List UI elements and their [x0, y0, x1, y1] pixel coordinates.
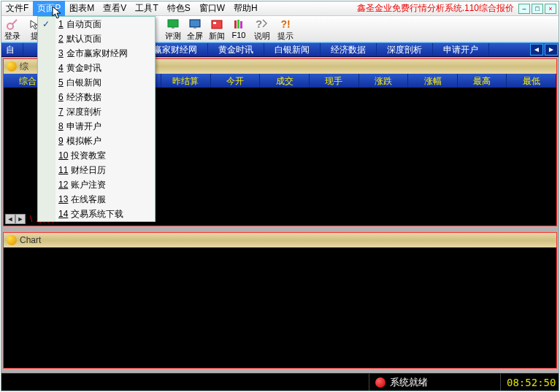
footer-scroll-left[interactable]: ◄	[5, 214, 15, 224]
dropdown-item-label: 默认页面	[66, 33, 101, 45]
svg-rect-6	[172, 27, 174, 28]
tool-news-label: 新闻	[206, 31, 228, 42]
dropdown-item-4[interactable]: 4 黄金时讯	[38, 61, 155, 75]
dropdown-item-number: 6	[58, 92, 64, 102]
dropdown-item-3[interactable]: 3 金市赢家财经网	[38, 46, 155, 61]
dropdown-item-1[interactable]: ✓1 自动页面	[38, 17, 155, 31]
col-4[interactable]: 今开	[211, 74, 261, 88]
dropdown-item-5[interactable]: 5 白银新闻	[38, 75, 155, 90]
dropdown-item-9[interactable]: 9 模拟帐户	[38, 134, 155, 148]
menu-file[interactable]: 文件F	[1, 1, 33, 16]
dropdown-item-number: 4	[58, 63, 64, 73]
tool-hint[interactable]: ?! 提示	[275, 16, 296, 42]
chart-panel: Chart	[3, 232, 557, 369]
svg-line-1	[12, 20, 17, 24]
dropdown-item-number: 11	[58, 165, 68, 175]
svg-rect-12	[237, 20, 239, 28]
dropdown-item-13[interactable]: 13 在线客服	[38, 192, 155, 207]
col-3[interactable]: 昨结算	[161, 74, 211, 88]
dropdown-item-label: 深度剖析	[66, 106, 101, 118]
menu-page[interactable]: 页面P	[33, 1, 65, 16]
dropdown-item-label: 自动页面	[66, 18, 101, 31]
menu-help[interactable]: 帮助H	[229, 1, 262, 16]
tab-account[interactable]: 申请开户	[433, 43, 489, 56]
col-6[interactable]: 现手	[310, 74, 359, 88]
svg-rect-5	[168, 20, 178, 27]
status-bar: 系统就绪 08:52:50	[1, 373, 559, 391]
chart-panel-title: Chart	[4, 233, 556, 247]
dropdown-item-12[interactable]: 12 账户注资	[38, 177, 155, 192]
col-9[interactable]: 最高	[458, 74, 507, 88]
help-icon: ?	[256, 18, 269, 31]
tabs-scroll-left[interactable]: ◄	[530, 44, 543, 55]
books-icon	[232, 18, 245, 31]
menu-tools[interactable]: 工具T	[131, 1, 162, 16]
tool-fullscreen-label: 全屏	[184, 31, 206, 42]
window-controls: – □ ×	[518, 4, 559, 14]
footer-sep-1: \	[30, 214, 32, 224]
col-8[interactable]: 涨幅	[408, 74, 458, 88]
minimize-button[interactable]: –	[518, 4, 530, 14]
tool-help[interactable]: ? 说明	[250, 16, 275, 42]
dropdown-item-6[interactable]: 6 经济数据	[38, 90, 155, 104]
col-10[interactable]: 最低	[507, 74, 556, 88]
dropdown-item-label: 交易系统下载	[71, 208, 123, 220]
dropdown-item-label: 白银新闻	[66, 77, 101, 89]
dropdown-item-label: 经济数据	[66, 91, 101, 104]
tabs-scroll-right[interactable]: ►	[545, 44, 558, 55]
dropdown-item-number: 12	[58, 180, 68, 190]
dropdown-item-7[interactable]: 7 深度剖析	[38, 104, 155, 119]
dropdown-item-number: 7	[58, 107, 64, 117]
tool-news[interactable]: 新闻	[206, 16, 228, 42]
menu-chart[interactable]: 图表M	[65, 1, 99, 16]
page-menu-dropdown: ✓1 自动页面2 默认页面3 金市赢家财经网4 黄金时讯5 白银新闻6 经济数据…	[37, 16, 156, 222]
tool-review-label: 评测	[162, 31, 184, 42]
svg-point-0	[7, 23, 13, 29]
tool-login[interactable]: 登录	[1, 16, 23, 42]
check-icon: ✓	[42, 19, 50, 29]
maximize-button[interactable]: □	[532, 4, 543, 14]
dropdown-item-label: 账户注资	[71, 179, 106, 191]
menu-special[interactable]: 特色S	[163, 1, 195, 16]
dropdown-item-number: 13	[58, 194, 68, 204]
svg-rect-9	[212, 20, 222, 28]
menu-view[interactable]: 查看V	[99, 1, 131, 16]
tab-auto[interactable]: 自	[1, 43, 23, 56]
tool-f10-label: F10	[228, 31, 250, 39]
chart-body[interactable]	[4, 247, 556, 368]
tab-gold[interactable]: 黄金时讯	[208, 43, 264, 56]
tool-fullscreen[interactable]: 全屏	[184, 16, 206, 42]
dropdown-item-11[interactable]: 11 财经日历	[38, 163, 155, 177]
dropdown-item-label: 金市赢家财经网	[66, 47, 128, 60]
tool-f10[interactable]: F10	[228, 16, 250, 39]
close-button[interactable]: ×	[545, 4, 556, 14]
col-7[interactable]: 涨跌	[359, 74, 409, 88]
key-icon	[6, 18, 19, 31]
qmark-icon: ?!	[279, 18, 292, 31]
tool-review[interactable]: 评测	[162, 16, 184, 42]
dropdown-item-14[interactable]: 14 交易系统下载	[38, 207, 155, 221]
status-message: 系统就绪	[369, 374, 500, 391]
col-5[interactable]: 成交	[260, 74, 310, 88]
svg-rect-10	[213, 22, 216, 24]
tab-silver[interactable]: 白银新闻	[264, 43, 321, 56]
dropdown-item-8[interactable]: 8 申请开户	[38, 119, 155, 134]
dropdown-item-10[interactable]: 10 投资教室	[38, 148, 155, 163]
dropdown-item-label: 在线客服	[71, 193, 106, 206]
dropdown-item-label: 申请开户	[66, 120, 101, 133]
dropdown-item-number: 3	[58, 48, 64, 58]
tool-hint-label: 提示	[275, 31, 296, 42]
menu-window[interactable]: 窗口W	[195, 1, 229, 16]
dropdown-item-number: 14	[58, 209, 68, 219]
tab-deep[interactable]: 深度剖析	[377, 43, 433, 56]
svg-text:?: ?	[256, 18, 262, 30]
monitor-icon	[166, 18, 180, 31]
app-title: 鑫圣金业免费行情分析系统.110综合报价	[357, 2, 518, 15]
tab-econ[interactable]: 经济数据	[321, 43, 377, 56]
footer-scroll-right[interactable]: ►	[15, 214, 26, 224]
svg-rect-13	[240, 21, 242, 28]
dropdown-item-number: 8	[58, 121, 64, 131]
dropdown-item-2[interactable]: 2 默认页面	[38, 31, 155, 46]
tool-login-label: 登录	[1, 31, 23, 42]
status-dot-icon	[375, 377, 386, 388]
